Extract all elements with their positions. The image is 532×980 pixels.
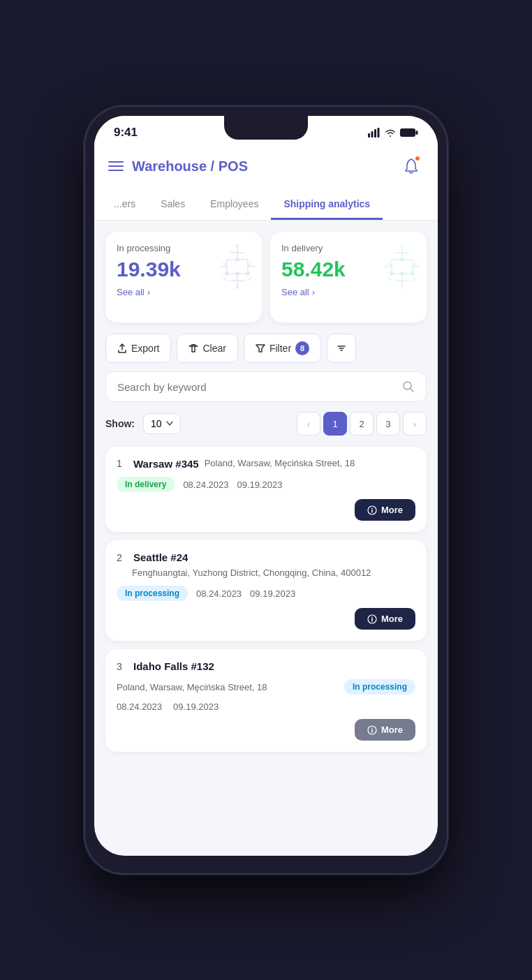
item-3-address: Poland, Warsaw, Męcińska Street, 18 [117, 682, 337, 692]
item-3-footer: More [117, 719, 415, 741]
item-3-date-end: 09.19.2023 [173, 701, 219, 712]
page-prev-button[interactable]: ‹ [297, 412, 320, 436]
item-2-address: Fenghuangtai, Yuzhong District, Chongqin… [117, 566, 415, 579]
item-3-date-start: 08.24.2023 [117, 701, 162, 712]
item-1-name: Warsaw #345 [133, 458, 199, 470]
svg-rect-4 [400, 128, 415, 137]
svg-point-10 [236, 244, 239, 247]
item-1-status-row: In delivery 08.24.2023 09.19.2023 [117, 477, 415, 492]
phone-screen: 9:41 [94, 116, 438, 856]
hamburger-line-2 [108, 165, 124, 167]
item-2-name: Seattle #24 [133, 551, 188, 563]
sort-button[interactable] [327, 334, 356, 363]
item-3-dates: 08.24.2023 09.19.2023 [117, 701, 415, 712]
svg-point-15 [400, 272, 404, 276]
page-2-button[interactable]: 2 [350, 412, 374, 436]
search-input[interactable] [117, 381, 395, 393]
show-label: Show: [105, 418, 135, 429]
item-3-name-row: 3 Idaho Falls #132 [117, 660, 415, 672]
info-icon [367, 505, 377, 515]
processing-decoration [206, 239, 262, 304]
item-1-date-end: 09.19.2023 [237, 480, 282, 490]
item-1-footer: More [117, 499, 415, 521]
item-1-date-start: 08.24.2023 [183, 480, 228, 490]
item-3-address-badge-row: Poland, Warsaw, Męcińska Street, 18 In p… [117, 679, 415, 695]
tab-sales[interactable]: Sales [148, 190, 198, 220]
bell-wrapper[interactable] [399, 154, 424, 179]
item-2-date-end: 09.19.2023 [250, 588, 295, 599]
header-title: Warehouse / POS [132, 158, 248, 175]
stat-card-delivery: In delivery 58.42k See all › [270, 232, 427, 322]
svg-point-6 [235, 258, 239, 262]
svg-point-14 [411, 272, 415, 276]
main-content: In processing 19.39k See all › [94, 221, 438, 763]
wifi-icon [385, 128, 396, 138]
svg-point-20 [371, 616, 373, 618]
tabs-container: ...ers Sales Employees Shipping analytic… [94, 190, 438, 221]
item-3-number: 3 [117, 661, 128, 672]
item-2-name-row: 2 Seattle #24 [117, 551, 415, 563]
svg-point-9 [235, 272, 239, 276]
hamburger-line-1 [108, 161, 124, 163]
stats-row: In processing 19.39k See all › [105, 232, 427, 322]
svg-rect-2 [374, 129, 376, 138]
svg-rect-0 [368, 133, 370, 138]
export-button[interactable]: Export [105, 334, 171, 363]
item-2-badge: In processing [117, 586, 188, 601]
tab-shipping-analytics[interactable]: Shipping analytics [271, 190, 383, 220]
hamburger-menu-icon[interactable] [108, 161, 124, 171]
hamburger-line-3 [108, 170, 124, 171]
notification-dot [414, 155, 421, 162]
item-3-badge: In processing [344, 679, 415, 695]
export-icon [117, 343, 127, 353]
svg-rect-5 [416, 131, 418, 135]
svg-rect-3 [378, 128, 380, 138]
svg-point-7 [225, 272, 229, 276]
filter-button[interactable]: Filter 8 [244, 334, 321, 363]
action-bar: Export Clear Filter 8 [105, 334, 427, 363]
clear-icon [189, 343, 198, 353]
item-1-badge: In delivery [117, 477, 175, 492]
item-1-address: Poland, Warsaw, Męcińska Street, 18 [205, 458, 415, 468]
page-3-button[interactable]: 3 [376, 412, 400, 436]
svg-point-18 [371, 507, 373, 509]
tab-employees[interactable]: Employees [198, 190, 271, 220]
svg-point-8 [246, 272, 250, 276]
page-1-button[interactable]: 1 [323, 412, 347, 436]
search-bar [105, 371, 427, 402]
item-1-header: 1 Warsaw #345 Poland, Warsaw, Męcińska S… [117, 458, 415, 470]
header: Warehouse / POS [94, 145, 438, 190]
svg-point-11 [236, 286, 239, 289]
page-navigation: ‹ 1 2 3 › [297, 412, 427, 436]
item-2-status-row: In processing 08.24.2023 09.19.2023 [117, 586, 415, 601]
header-left: Warehouse / POS [108, 158, 248, 175]
page-next-button[interactable]: › [403, 412, 427, 436]
sort-icon [337, 343, 346, 353]
item-3-more-button[interactable]: More [355, 719, 415, 741]
svg-point-13 [390, 272, 394, 276]
item-1-number: 1 [117, 458, 128, 469]
item-2-footer: More [117, 608, 415, 630]
notch [224, 116, 308, 140]
list-item: 3 Idaho Falls #132 Poland, Warsaw, Męciń… [105, 649, 427, 752]
info-icon [367, 614, 377, 624]
delivery-decoration [371, 239, 427, 304]
per-page-select[interactable]: 10 [143, 413, 181, 434]
svg-rect-1 [371, 131, 374, 138]
list-item: 2 Seattle #24 Fenghuangtai, Yuzhong Dist… [105, 540, 427, 641]
item-1-more-button[interactable]: More [355, 499, 415, 521]
info-icon [367, 725, 377, 735]
item-2-number: 2 [117, 552, 128, 563]
filter-badge: 8 [295, 341, 309, 355]
item-2-date-start: 08.24.2023 [196, 588, 242, 599]
svg-point-12 [400, 258, 404, 262]
tab-orders[interactable]: ...ers [101, 190, 148, 220]
stat-card-processing: In processing 19.39k See all › [105, 232, 262, 322]
clear-button[interactable]: Clear [177, 334, 237, 363]
item-2-more-button[interactable]: More [355, 608, 415, 630]
list-item: 1 Warsaw #345 Poland, Warsaw, Męcińska S… [105, 447, 427, 532]
signal-icon [368, 128, 380, 138]
status-icons [368, 128, 418, 138]
status-time: 9:41 [114, 126, 138, 140]
filter-icon [256, 343, 265, 353]
